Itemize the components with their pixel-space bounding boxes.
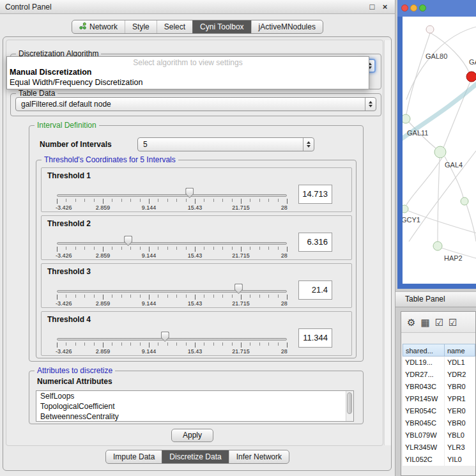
attributes-list-scrollbar[interactable] bbox=[346, 391, 353, 421]
attribute-item[interactable]: TopologicalCoefficient bbox=[36, 401, 345, 411]
table-panel-title: Table Panel bbox=[405, 295, 445, 303]
tab-label: Infer Network bbox=[236, 452, 282, 461]
scrollbar-thumb[interactable] bbox=[347, 392, 352, 414]
group-title-table-data: Table Data bbox=[16, 89, 58, 98]
network-node[interactable] bbox=[466, 72, 476, 82]
threshold-slider[interactable]: -3.4262.8599.14415.4321.71528 bbox=[57, 231, 287, 259]
thumb-face bbox=[125, 236, 132, 245]
table-row[interactable]: YDL19...YDL1 bbox=[403, 357, 475, 369]
network-node[interactable] bbox=[426, 26, 434, 33]
threshold-label: Threshold 4 bbox=[47, 315, 91, 324]
tab-style[interactable]: Style bbox=[125, 20, 157, 33]
tab-jactivemnodules[interactable]: jActiveMNodules bbox=[251, 20, 323, 33]
network-node[interactable] bbox=[403, 114, 410, 123]
network-canvas[interactable]: GAL80GAGAL11GAL4GCY1HAP2 bbox=[403, 17, 476, 284]
slider-track[interactable] bbox=[57, 338, 287, 341]
group-title-thresholds: Threshold's Coordinates for 5 Intervals bbox=[42, 155, 178, 164]
apply-button[interactable]: Apply bbox=[171, 429, 213, 442]
mac-close-button[interactable] bbox=[401, 4, 408, 12]
slider-track[interactable] bbox=[57, 242, 287, 245]
slider-track[interactable] bbox=[57, 290, 287, 293]
table-row[interactable]: YBL079WYBL0 bbox=[403, 429, 475, 441]
network-edge bbox=[466, 204, 476, 242]
network-edge bbox=[406, 27, 476, 100]
thumb-face bbox=[235, 284, 242, 293]
tab-label: Style bbox=[132, 22, 150, 31]
number-of-intervals-combobox[interactable]: 5 bbox=[137, 137, 314, 151]
attribute-item[interactable]: BetweennessCentrality bbox=[36, 411, 345, 422]
column-header-name[interactable]: name bbox=[445, 344, 475, 357]
threshold-slider[interactable]: -3.4262.8599.14415.4321.71528 bbox=[57, 183, 287, 211]
node-table: shared... name YDL19...YDL1YDR27...YDR2Y… bbox=[403, 344, 475, 466]
slider-thumb[interactable] bbox=[161, 332, 169, 342]
attribute-item[interactable]: SelfLoops bbox=[36, 391, 345, 401]
threshold-slider[interactable]: -3.4262.8599.14415.4321.71528 bbox=[57, 327, 287, 355]
threshold-value-field[interactable]: 21.4 bbox=[298, 280, 332, 300]
tab-label: Network bbox=[89, 22, 118, 31]
threshold-value-field[interactable]: 6.316 bbox=[298, 233, 332, 252]
table-row[interactable]: YIL052CYIL0 bbox=[403, 454, 475, 466]
float-window-icon[interactable]: □ bbox=[367, 2, 377, 12]
bottom-tab-group: Impute DataDiscretize DataInfer Network bbox=[105, 450, 289, 464]
algorithm-option[interactable]: Equal Width/Frequency Discretization bbox=[7, 77, 369, 88]
threshold-panel: Threshold 4-3.4262.8599.14415.4321.71528… bbox=[41, 311, 352, 356]
hide-selected-columns-icon[interactable]: ☑ bbox=[449, 318, 457, 327]
slider-major-tick bbox=[149, 295, 150, 300]
table-row[interactable]: YLR345WYLR3 bbox=[403, 441, 475, 454]
panel-scrollbar[interactable] bbox=[384, 40, 391, 445]
tab-infer-network[interactable]: Infer Network bbox=[229, 450, 289, 463]
slider-major-tick bbox=[57, 295, 58, 300]
tab-impute-data[interactable]: Impute Data bbox=[106, 450, 162, 463]
close-window-icon[interactable]: × bbox=[380, 2, 390, 12]
network-canvas-svg: GAL80GAGAL11GAL4GCY1HAP2 bbox=[403, 17, 476, 284]
select-all-columns-icon[interactable]: ☑ bbox=[435, 318, 443, 327]
slider-thumb[interactable] bbox=[234, 284, 243, 294]
window-title: Control Panel bbox=[5, 3, 52, 12]
cell-shared-name: YLR345W bbox=[403, 441, 445, 454]
slider-axis-label: -3.426 bbox=[56, 348, 72, 355]
mac-zoom-button[interactable] bbox=[419, 4, 426, 12]
algorithm-option[interactable]: Manual Discretization bbox=[7, 67, 369, 77]
network-node[interactable] bbox=[434, 146, 446, 158]
tab-discretize-data[interactable]: Discretize Data bbox=[162, 450, 228, 463]
network-node[interactable] bbox=[403, 205, 408, 213]
tab-label: Cyni Toolbox bbox=[200, 22, 243, 31]
arrow-down-icon bbox=[307, 145, 311, 148]
column-header-shared-name[interactable]: shared... bbox=[403, 344, 445, 357]
table-row[interactable]: YDR27...YDR2 bbox=[403, 369, 475, 381]
table-row[interactable]: YBR043CYBR0 bbox=[403, 381, 475, 393]
network-node-label: GA bbox=[469, 58, 476, 66]
slider-thumb[interactable] bbox=[124, 236, 132, 246]
slider-major-tick bbox=[195, 247, 196, 252]
table-columns-icon[interactable]: ▦ bbox=[420, 318, 429, 327]
tab-select[interactable]: Select bbox=[157, 20, 192, 33]
numerical-attributes-heading: Numerical Attributes bbox=[37, 377, 112, 386]
table-data-combobox[interactable]: galFiltered.sif default node bbox=[15, 97, 376, 111]
table-panel-header[interactable]: Table Panel bbox=[395, 291, 476, 307]
table-row[interactable]: YER054CYER0 bbox=[403, 405, 475, 417]
settings-gear-icon[interactable]: ⚙ bbox=[407, 318, 415, 327]
slider-minor-ticks bbox=[57, 342, 287, 346]
cell-name: YER0 bbox=[445, 405, 475, 417]
network-node-label: GAL4 bbox=[445, 161, 463, 169]
tab-cyni-toolbox[interactable]: Cyni Toolbox bbox=[192, 20, 250, 33]
slider-track[interactable] bbox=[57, 194, 287, 197]
cell-name: YLR3 bbox=[445, 441, 475, 454]
table-row[interactable]: YBR045CYBR0 bbox=[403, 417, 475, 429]
bottom-tab-bar: Impute DataDiscretize DataInfer Network bbox=[0, 450, 395, 464]
slider-thumb[interactable] bbox=[185, 188, 194, 198]
threshold-slider[interactable]: -3.4262.8599.14415.4321.71528 bbox=[57, 279, 287, 307]
table-row[interactable]: YPR145WYPR1 bbox=[403, 393, 475, 405]
mac-minimize-button[interactable] bbox=[410, 4, 417, 12]
slider-axis-label: 28 bbox=[281, 348, 288, 355]
numerical-attributes-list: SelfLoopsTopologicalCoefficientBetweenne… bbox=[36, 390, 354, 422]
network-node[interactable] bbox=[433, 242, 442, 250]
slider-axis-label: 15.43 bbox=[188, 204, 203, 211]
threshold-value-field[interactable]: 11.344 bbox=[298, 328, 332, 348]
tab-network[interactable]: Network bbox=[72, 20, 125, 33]
slider-axis-label: 2.859 bbox=[96, 348, 111, 355]
network-node[interactable] bbox=[461, 197, 468, 205]
network-edge bbox=[409, 151, 476, 242]
threshold-value-field[interactable]: 14.713 bbox=[298, 185, 332, 204]
slider-axis-label: 2.859 bbox=[96, 252, 111, 259]
